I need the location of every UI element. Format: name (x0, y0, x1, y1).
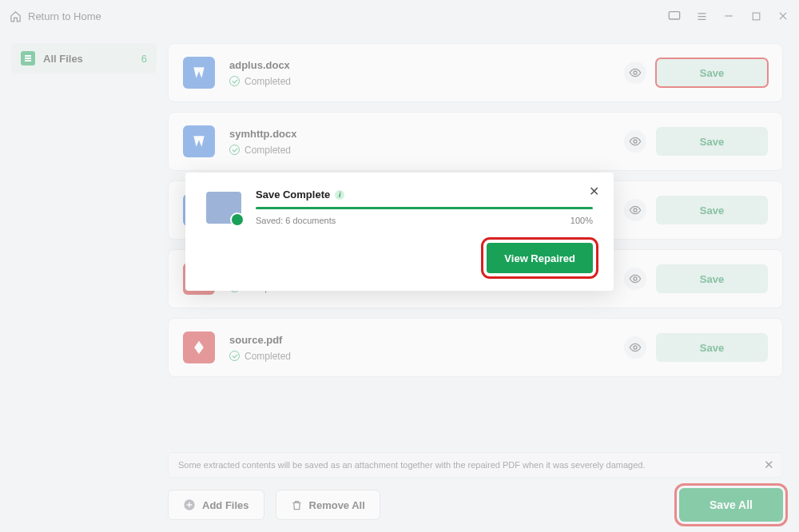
modal-overlay: ✕ Save Complete i Saved: 6 documents 100… (0, 0, 799, 532)
info-icon[interactable]: i (335, 190, 344, 200)
printer-icon (206, 192, 241, 224)
modal-close-icon[interactable]: ✕ (589, 184, 599, 199)
progress-percent: 100% (570, 216, 593, 225)
view-repaired-button[interactable]: View Repaired (487, 243, 593, 273)
progress-bar (256, 207, 593, 209)
saved-count-label: Saved: 6 documents (256, 216, 336, 225)
save-complete-modal: ✕ Save Complete i Saved: 6 documents 100… (185, 173, 614, 291)
modal-title: Save Complete (256, 189, 330, 200)
